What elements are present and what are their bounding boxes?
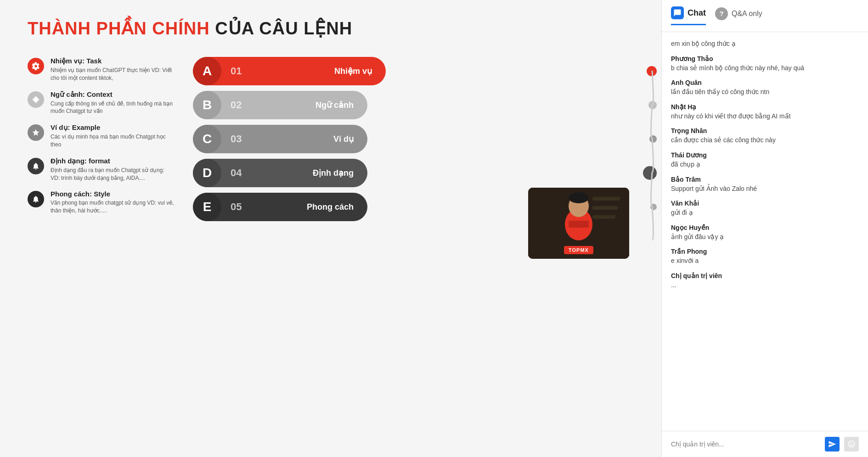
item-icon-0	[28, 58, 44, 74]
item-text-4: Phong cách: Style Văn phong bạn muốn cha…	[51, 190, 175, 215]
message-text-0: em xin bộ công thức ạ	[671, 39, 859, 49]
message-item-4: Trọng Nhân cần được chia sẻ các công thứ…	[671, 127, 859, 145]
message-sender-5: Thái Dương	[671, 151, 859, 159]
item-title-0: Nhiệm vụ: Task	[51, 57, 175, 65]
chat-footer-placeholder: Chị quản trị viên...	[671, 440, 724, 448]
bar-row-1: B 02 Ngữ cảnh	[193, 91, 634, 119]
message-item-1: Phương Thảo b chia sẻ mình bộ công thức …	[671, 55, 859, 73]
message-sender-7: Văn Khải	[671, 200, 859, 207]
message-item-6: Bảo Trâm Support gửi Ảnh vào Zalo nhé	[671, 176, 859, 194]
main-content: THÀNH PHẦN CHÍNH CỦA CÂU LỆNH Nhiệm vụ: …	[0, 0, 661, 457]
list-item-0: Nhiệm vụ: Task Nhiệm vụ bạn muốn ChatGPT…	[28, 57, 175, 82]
connector-dot-2	[649, 135, 657, 143]
item-icon-3	[28, 158, 44, 174]
chat-tab-icon	[671, 6, 684, 19]
item-icon-4	[28, 191, 44, 207]
svg-rect-3	[592, 215, 615, 219]
bar-1: B 02 Ngữ cảnh	[193, 91, 367, 119]
qa-tab[interactable]: ? Q&A only	[715, 7, 762, 25]
message-sender-8: Ngọc Huyền	[671, 224, 859, 231]
chat-tab[interactable]: Chat	[671, 6, 706, 25]
message-sender-2: Anh Quân	[671, 79, 859, 86]
bar-label-3: Định dạng	[313, 168, 354, 178]
video-person: TOPMX	[528, 188, 629, 259]
item-icon-svg-1	[32, 95, 40, 104]
connector-line-svg	[645, 71, 659, 240]
bar-number-0: 01	[231, 65, 242, 77]
bar-letter-1: B	[193, 91, 221, 119]
chat-messages[interactable]: em xin bộ công thức ạ Phương Thảo b chia…	[662, 32, 868, 431]
message-text-6: Support gửi Ảnh vào Zalo nhé	[671, 184, 859, 194]
item-desc-2: Các ví dụ minh họa mà bạn muốn Chatgpt h…	[51, 133, 175, 149]
bar-row-3: D 04 Định dạng	[193, 159, 634, 187]
message-text-9: e xinvới a	[671, 256, 859, 266]
chat-tab-label: Chat	[688, 8, 706, 18]
bar-letter-4: E	[193, 193, 221, 221]
item-title-3: Định dạng: format	[51, 157, 175, 165]
message-sender-3: Nhật Hạ	[671, 103, 859, 111]
message-item-10: Chị quản trị viên ...	[671, 272, 859, 290]
connector-dot-4	[650, 204, 657, 210]
svg-rect-2	[592, 206, 618, 210]
message-sender-6: Bảo Trâm	[671, 176, 859, 183]
message-item-9: Trần Phong e xinvới a	[671, 248, 859, 266]
bar-row-2: C 03 Ví dụ	[193, 125, 634, 153]
connector-dot-1	[648, 101, 657, 109]
bar-number-2: 03	[231, 133, 242, 145]
message-item-8: Ngọc Huyền ảnh gửi đâu vậy ạ	[671, 224, 859, 242]
item-desc-0: Nhiệm vụ bạn muốn ChatGPT thực hiện VD: …	[51, 67, 175, 82]
item-list: Nhiệm vụ: Task Nhiệm vụ bạn muốn ChatGPT…	[28, 57, 175, 215]
bar-letter-3: D	[193, 159, 221, 187]
send-icon	[828, 440, 836, 448]
bar-0: A 01 Nhiệm vụ	[193, 57, 386, 85]
title-highlight: THÀNH PHẦN CHÍNH	[28, 19, 210, 38]
message-item-5: Thái Dương đã chụp ạ	[671, 151, 859, 169]
svg-rect-1	[592, 197, 620, 201]
svg-rect-7	[569, 221, 589, 228]
bar-number-4: 05	[231, 201, 242, 213]
message-item-2: Anh Quân lần đầu tiên thấy có công thức …	[671, 79, 859, 97]
item-desc-4: Văn phong bạn muốn chatgpt sử dụng VD: v…	[51, 199, 175, 215]
video-logo: TOPMX	[564, 246, 593, 254]
message-text-2: lần đầu tiên thấy có công thức ntn	[671, 88, 859, 97]
message-sender-4: Trọng Nhân	[671, 127, 859, 134]
item-title-2: Ví dụ: Example	[51, 123, 175, 132]
item-icon-svg-4	[32, 195, 40, 203]
title-normal: CỦA CÂU LỆNH	[210, 19, 353, 38]
chat-send-button[interactable]	[825, 437, 840, 451]
chat-header: Chat ? Q&A only	[662, 0, 868, 32]
video-overlay: TOPMX	[528, 188, 629, 259]
bar-row-0: A 01 Nhiệm vụ	[193, 57, 634, 85]
message-text-4: cần được chia sẻ các công thức này	[671, 136, 859, 145]
item-title-1: Ngữ cảnh: Context	[51, 90, 175, 99]
message-text-7: gửi đi ạ	[671, 208, 859, 217]
list-item-4: Phong cách: Style Văn phong bạn muốn cha…	[28, 190, 175, 215]
emoji-icon	[847, 440, 856, 448]
item-title-4: Phong cách: Style	[51, 190, 175, 198]
message-item-3: Nhật Hạ như này có khi viết thơ được bằn…	[671, 103, 859, 121]
bar-label-2: Ví dụ	[333, 134, 354, 144]
slide-title: THÀNH PHẦN CHÍNH CỦA CÂU LỆNH	[28, 18, 634, 39]
bar-label-0: Nhiệm vụ	[334, 66, 372, 76]
bar-label-1: Ngữ cảnh	[316, 100, 354, 110]
message-text-5: đã chụp ạ	[671, 160, 859, 169]
bar-letter-2: C	[193, 125, 221, 153]
bar-letter-0: A	[193, 57, 221, 85]
list-item-3: Định dạng: format Định dạng đầu ra bạn m…	[28, 157, 175, 182]
item-desc-3: Định dạng đầu ra bạn muốn Chatgpt sử dụn…	[51, 167, 175, 182]
item-desc-1: Cung cấp thông tin về chủ đề, tình huống…	[51, 100, 175, 116]
chat-panel: Chat ? Q&A only em xin bộ công thức ạ Ph…	[661, 0, 868, 457]
chat-bubble-icon	[673, 9, 682, 17]
message-text-10: ...	[671, 281, 859, 290]
chat-emoji-button[interactable]	[844, 437, 859, 451]
item-icon-svg-2	[32, 128, 40, 137]
content-area: Nhiệm vụ: Task Nhiệm vụ bạn muốn ChatGPT…	[28, 57, 634, 250]
bar-3: D 04 Định dạng	[193, 159, 367, 187]
chat-footer-icons	[825, 437, 859, 451]
item-icon-svg-0	[32, 62, 40, 70]
item-text-0: Nhiệm vụ: Task Nhiệm vụ bạn muốn ChatGPT…	[51, 57, 175, 82]
message-sender-1: Phương Thảo	[671, 55, 859, 62]
svg-point-6	[569, 192, 589, 203]
chat-footer: Chị quản trị viên...	[662, 431, 868, 457]
item-text-2: Ví dụ: Example Các ví dụ minh họa mà bạn…	[51, 123, 175, 149]
